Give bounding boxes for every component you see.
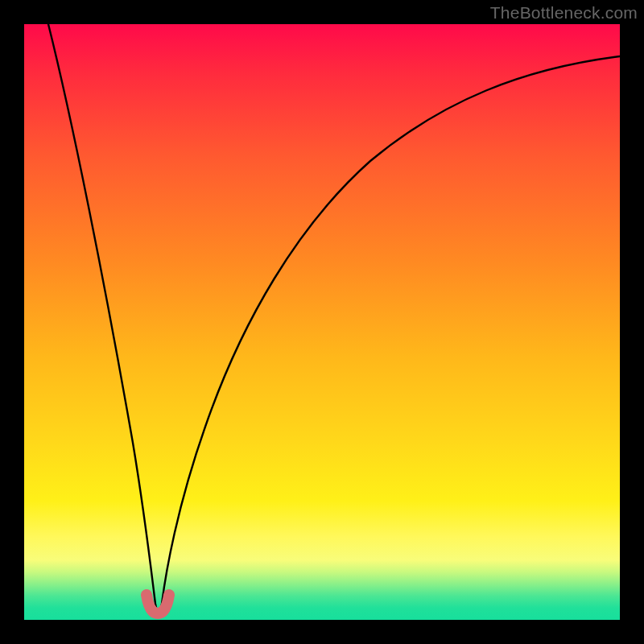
curve-layer	[24, 24, 620, 620]
plot-area	[24, 24, 620, 620]
bottleneck-curve	[48, 24, 620, 615]
minimum-marker	[147, 595, 169, 613]
watermark-text: TheBottleneck.com	[490, 3, 638, 23]
chart-frame: TheBottleneck.com	[0, 0, 644, 644]
